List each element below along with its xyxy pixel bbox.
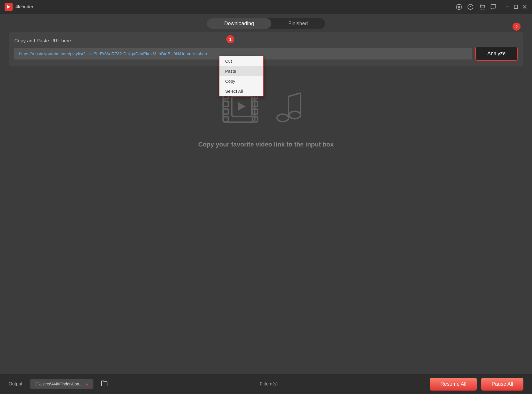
empty-state: Copy your favorite video link to the inp… bbox=[0, 84, 532, 148]
svg-rect-14 bbox=[223, 109, 228, 114]
cart-icon[interactable] bbox=[479, 4, 485, 10]
url-input-row: Analyze bbox=[14, 47, 518, 61]
pause-all-button[interactable]: Pause All bbox=[481, 378, 523, 391]
title-bar: 4kFinder bbox=[0, 0, 532, 14]
context-menu-select-all[interactable]: Select All bbox=[219, 86, 263, 96]
svg-point-6 bbox=[484, 9, 484, 9]
settings-icon[interactable] bbox=[456, 4, 462, 10]
minimize-icon[interactable] bbox=[504, 4, 510, 10]
context-menu-paste[interactable]: Paste bbox=[219, 66, 263, 76]
folder-icon[interactable] bbox=[101, 380, 108, 388]
close-icon[interactable] bbox=[522, 4, 527, 10]
context-menu-copy[interactable]: Copy bbox=[219, 76, 263, 86]
empty-state-text: Copy your favorite video link to the inp… bbox=[198, 141, 334, 148]
output-label: Output: bbox=[9, 381, 23, 387]
url-label: Copy and Paste URL here: bbox=[14, 38, 518, 44]
resume-all-button[interactable]: Resume All bbox=[430, 378, 477, 391]
badge-2: 2 bbox=[513, 23, 521, 31]
output-path: C:\Users\A\4kFinder\Con... ▲ bbox=[30, 379, 93, 389]
app-logo bbox=[5, 3, 13, 11]
window-controls bbox=[504, 4, 527, 10]
context-menu-cut[interactable]: Cut bbox=[219, 56, 263, 66]
bottom-bar: Output: C:\Users\A\4kFinder\Con... ▲ 0 i… bbox=[0, 374, 532, 394]
svg-line-24 bbox=[288, 93, 301, 96]
tab-container: Downloading Finished bbox=[207, 18, 325, 29]
info-icon[interactable] bbox=[467, 4, 474, 10]
maximize-icon[interactable] bbox=[513, 4, 519, 10]
main-content: Copy and Paste URL here: Analyze 1 2 bbox=[9, 32, 523, 66]
chat-icon[interactable] bbox=[490, 4, 496, 10]
tab-finished[interactable]: Finished bbox=[271, 18, 325, 29]
svg-marker-21 bbox=[238, 102, 246, 111]
analyze-button[interactable]: Analyze bbox=[475, 47, 518, 61]
tab-downloading[interactable]: Downloading bbox=[207, 18, 271, 29]
music-icon bbox=[272, 85, 315, 128]
output-arrow-icon[interactable]: ▲ bbox=[85, 381, 89, 387]
url-section: Copy and Paste URL here: Analyze 1 2 bbox=[14, 38, 518, 61]
app-title: 4kFinder bbox=[15, 4, 33, 9]
title-bar-left: 4kFinder bbox=[5, 3, 33, 11]
svg-rect-13 bbox=[223, 101, 228, 106]
title-bar-right bbox=[456, 4, 527, 10]
output-path-text: C:\Users\A\4kFinder\Con... bbox=[34, 382, 82, 386]
svg-point-26 bbox=[289, 111, 301, 119]
svg-point-22 bbox=[277, 114, 288, 122]
badge-1: 1 bbox=[226, 35, 234, 43]
tab-bar: Downloading Finished bbox=[0, 14, 532, 32]
svg-marker-0 bbox=[7, 5, 11, 9]
svg-point-1 bbox=[458, 6, 460, 8]
svg-rect-8 bbox=[514, 5, 518, 9]
context-menu: Cut Paste Copy Select All bbox=[219, 56, 264, 96]
svg-point-5 bbox=[481, 9, 481, 9]
items-count: 0 item(s) bbox=[112, 381, 425, 387]
